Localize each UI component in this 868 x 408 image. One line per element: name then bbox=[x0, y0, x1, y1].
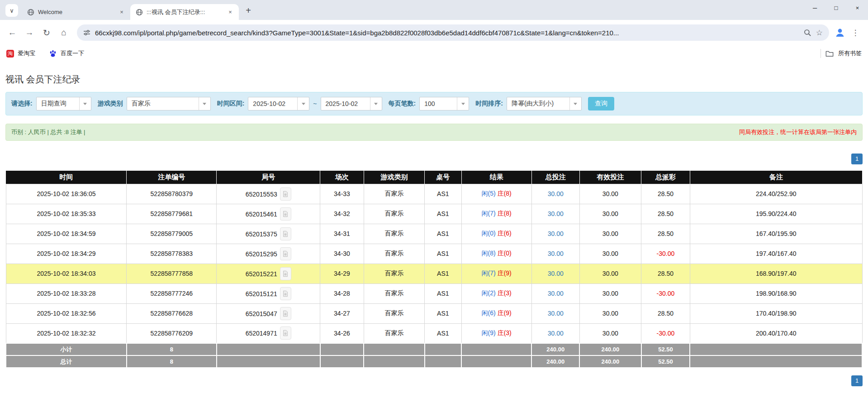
bookmark-star-icon[interactable]: ☆ bbox=[816, 28, 823, 38]
date-range-label: 时间区间: bbox=[217, 100, 245, 108]
profile-icon[interactable] bbox=[835, 27, 845, 38]
url-text[interactable]: 66cxkj98.com/ipl/portal.php/game/betreco… bbox=[95, 29, 799, 37]
new-tab-button[interactable]: + bbox=[242, 4, 255, 17]
total-bet-link[interactable]: 30.00 bbox=[548, 190, 564, 197]
back-button[interactable]: ← bbox=[5, 25, 20, 40]
col-total-bet: 总投注 bbox=[531, 171, 579, 184]
game-type-select[interactable]: 百家乐 bbox=[127, 97, 211, 110]
all-bookmarks-label[interactable]: 所有书签 bbox=[838, 49, 862, 58]
total-bet-link[interactable]: 30.00 bbox=[548, 270, 564, 277]
table-row[interactable]: 2025-10-02 18:32:32 522858776209 6520149… bbox=[6, 323, 862, 343]
table-row[interactable]: 2025-10-02 18:36:05 522858780379 6520155… bbox=[6, 184, 862, 204]
tab-welcome[interactable]: Welcome × bbox=[22, 4, 130, 20]
table-row[interactable]: 2025-10-02 18:34:03 522858777858 6520152… bbox=[6, 264, 862, 283]
table-no-cell: AS1 bbox=[425, 264, 461, 283]
banker-result: 庄(8) bbox=[498, 210, 512, 217]
time-cell: 2025-10-02 18:34:03 bbox=[6, 264, 127, 283]
payout-cell: 28.50 bbox=[641, 184, 690, 204]
bookmark-baidu[interactable]: 百度一下 bbox=[49, 49, 84, 58]
date-from-select[interactable]: 2025-10-02 bbox=[248, 97, 309, 110]
total-row: 总计 8 240.00 240.00 52.50 bbox=[6, 355, 862, 368]
game-type-cell: 百家乐 bbox=[364, 323, 424, 343]
tab-strip: ∨ Welcome × :::视讯 会员下注纪录::: × + ─ □ × bbox=[0, 0, 868, 20]
maximize-button[interactable]: □ bbox=[825, 0, 847, 15]
video-record-icon[interactable] bbox=[280, 207, 291, 221]
total-label: 总计 bbox=[6, 355, 127, 368]
zoom-icon[interactable] bbox=[804, 29, 811, 37]
bet-id-cell: 522858777246 bbox=[127, 283, 217, 303]
round-id-cell: 652015553 bbox=[217, 184, 320, 204]
total-bet-link[interactable]: 30.00 bbox=[548, 310, 564, 317]
remark-cell: 195.90/224.40 bbox=[690, 204, 862, 224]
page-size-select[interactable]: 100 bbox=[419, 97, 469, 110]
session-cell: 34-28 bbox=[320, 283, 364, 303]
home-button[interactable]: ⌂ bbox=[56, 25, 71, 40]
total-bet-link[interactable]: 30.00 bbox=[548, 330, 564, 337]
table-row[interactable]: 2025-10-02 18:34:29 522858778383 6520152… bbox=[6, 244, 862, 264]
total-bet-link[interactable]: 30.00 bbox=[548, 290, 564, 297]
session-cell: 34-30 bbox=[320, 244, 364, 264]
total-bet-cell: 30.00 bbox=[531, 303, 579, 323]
video-record-icon[interactable] bbox=[280, 267, 291, 280]
video-record-icon[interactable] bbox=[280, 227, 291, 240]
time-sort-select[interactable]: 降幂(由大到小) bbox=[507, 97, 582, 110]
time-cell: 2025-10-02 18:34:59 bbox=[6, 224, 127, 244]
close-icon[interactable]: × bbox=[118, 8, 126, 16]
banker-result: 庄(0) bbox=[498, 250, 512, 257]
url-bar[interactable]: 66cxkj98.com/ipl/portal.php/game/betreco… bbox=[77, 24, 829, 41]
game-type-cell: 百家乐 bbox=[364, 283, 424, 303]
forward-button[interactable]: → bbox=[22, 25, 37, 40]
col-payout: 总派彩 bbox=[641, 171, 690, 184]
video-record-icon[interactable] bbox=[280, 326, 291, 340]
total-bet-link[interactable]: 30.00 bbox=[548, 210, 564, 217]
query-type-select[interactable]: 日期查询 bbox=[36, 97, 91, 110]
video-record-icon[interactable] bbox=[280, 287, 291, 300]
tab-search-button[interactable]: ∨ bbox=[5, 4, 18, 17]
close-icon[interactable]: × bbox=[226, 8, 234, 16]
table-row[interactable]: 2025-10-02 18:33:28 522858777246 6520151… bbox=[6, 283, 862, 303]
col-valid-bet: 有效投注 bbox=[579, 171, 641, 184]
page-number-button[interactable]: 1 bbox=[851, 375, 863, 386]
session-cell: 34-33 bbox=[320, 184, 364, 204]
pagination-bottom: 1 bbox=[5, 375, 863, 386]
window-close-button[interactable]: × bbox=[847, 0, 868, 15]
total-bet-link[interactable]: 30.00 bbox=[548, 230, 564, 237]
window-controls: ─ □ × bbox=[804, 0, 868, 15]
table-row[interactable]: 2025-10-02 18:32:56 522858776628 6520150… bbox=[6, 303, 862, 323]
chevron-down-icon bbox=[457, 97, 469, 110]
bet-id-cell: 522858779005 bbox=[127, 224, 217, 244]
reload-button[interactable]: ↻ bbox=[39, 25, 54, 40]
result-cell: 闲(9)庄(3) bbox=[461, 323, 531, 343]
date-to-select[interactable]: 2025-10-02 bbox=[321, 97, 382, 110]
browser-menu-icon[interactable]: ⋮ bbox=[850, 28, 861, 38]
total-bet-cell: 30.00 bbox=[531, 204, 579, 224]
tab-betrecord[interactable]: :::视讯 会员下注纪录::: × bbox=[130, 4, 239, 20]
valid-bet-cell: 30.00 bbox=[579, 184, 641, 204]
chevron-down-icon bbox=[569, 97, 581, 110]
banker-result: 庄(8) bbox=[498, 190, 512, 197]
page-number-button[interactable]: 1 bbox=[851, 154, 863, 164]
baidu-paw-icon bbox=[49, 49, 57, 58]
browser-window: ∨ Welcome × :::视讯 会员下注纪录::: × + ─ □ × bbox=[0, 0, 868, 62]
remark-cell: 224.40/252.90 bbox=[690, 184, 862, 204]
video-record-icon[interactable] bbox=[280, 187, 291, 201]
site-settings-icon[interactable] bbox=[83, 29, 90, 36]
total-bet-cell: 30.00 bbox=[531, 224, 579, 244]
round-id-cell: 652015047 bbox=[217, 303, 320, 323]
total-bet-link[interactable]: 30.00 bbox=[548, 250, 564, 257]
tab-title: Welcome bbox=[38, 9, 114, 15]
search-button[interactable]: 查询 bbox=[588, 97, 614, 110]
bookmark-aitaobao[interactable]: 淘 爱淘宝 bbox=[6, 49, 35, 58]
subtotal-label: 小计 bbox=[6, 343, 127, 355]
video-record-icon[interactable] bbox=[280, 247, 291, 260]
currency-summary: 币别 : 人民币 | 总共 :8 注单 | bbox=[11, 128, 85, 136]
page-title: 视讯 会员下注纪录 bbox=[5, 73, 863, 86]
separator bbox=[821, 49, 821, 58]
table-row[interactable]: 2025-10-02 18:35:33 522858779681 6520154… bbox=[6, 204, 862, 224]
minimize-button[interactable]: ─ bbox=[804, 0, 825, 15]
video-record-icon[interactable] bbox=[280, 307, 291, 320]
table-row[interactable]: 2025-10-02 18:34:59 522858779005 6520153… bbox=[6, 224, 862, 244]
valid-bet-cell: 30.00 bbox=[579, 244, 641, 264]
time-cell: 2025-10-02 18:36:05 bbox=[6, 184, 127, 204]
game-type-cell: 百家乐 bbox=[364, 224, 424, 244]
